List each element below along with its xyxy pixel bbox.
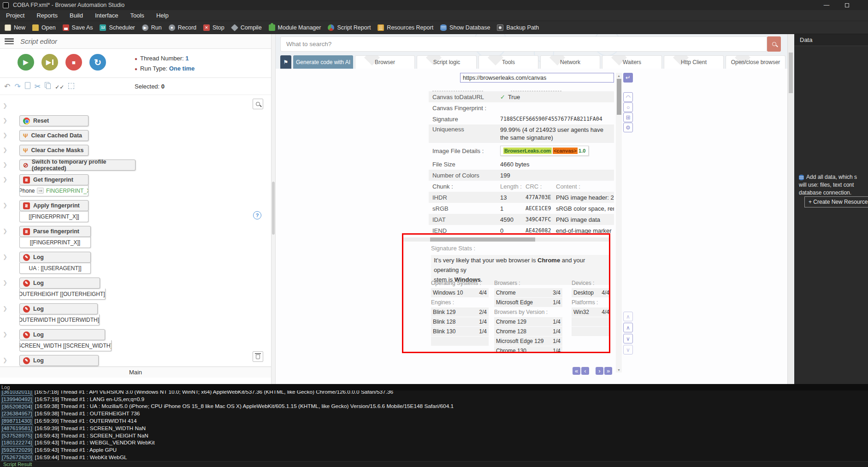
toolbar-button-scheduler[interactable]: 12Scheduler	[100, 21, 135, 34]
stop-button[interactable]: ■	[65, 54, 82, 71]
search-input[interactable]	[280, 36, 767, 52]
chevron-up-button[interactable]: ∧	[623, 323, 633, 332]
page-button[interactable]	[25, 82, 30, 89]
tab-main[interactable]: Main	[0, 367, 271, 378]
play-button[interactable]: ▶	[18, 54, 34, 71]
toolbar-button-compile[interactable]: Compile	[231, 21, 262, 34]
toolbar-button-run[interactable]: ▶Run	[142, 21, 162, 34]
copy-button[interactable]	[45, 82, 51, 89]
select-button[interactable]	[68, 83, 74, 89]
expand-button[interactable]: ⊞	[623, 112, 633, 122]
block-header[interactable]: Reset	[19, 115, 89, 126]
log-id-link[interactable]: [487619581]	[1, 425, 33, 432]
block-parameter[interactable]: OUTERHEIGHT [[OUTERHEIGHT]]	[19, 289, 106, 300]
log-id-link[interactable]: [537528975]	[1, 432, 33, 439]
workspace-scrollbar[interactable]	[787, 34, 793, 384]
block-parameter[interactable]: SCREEN_WIDTH [[SCREEN_WIDTH]]	[19, 340, 112, 351]
block-apply-fingerprint[interactable]: ❯≋Apply fingerprint[[FINGERPRINT_X]]	[19, 200, 89, 222]
toolbar-button-record[interactable]: ●Record	[169, 21, 196, 34]
chevron-down-button[interactable]: ∨	[623, 334, 633, 343]
log-id-link[interactable]: [139940492]	[1, 396, 33, 403]
block-switch-to-temporary-profile-deprecated-[interactable]: ❯⊘Switch to temporary profile (deprecate…	[19, 160, 136, 171]
block-parameter[interactable]: iPhone⇒FINGERPRINT_X	[19, 185, 89, 196]
toolbar-button-save-as[interactable]: Save As	[63, 21, 93, 34]
toolbar-button-module-manager[interactable]: Module Manager	[269, 21, 321, 34]
menu-item-tools[interactable]: Tools	[124, 10, 150, 21]
block-log[interactable]: ❯✎LogSCREEN_WIDTH [[SCREEN_WIDTH]]	[19, 329, 112, 351]
go-url-button[interactable]: ↵	[623, 73, 633, 83]
scrollbar-thumb[interactable]	[430, 237, 535, 242]
log-id-link[interactable]: [236384957]	[1, 410, 33, 417]
block-header[interactable]: ✎Log	[19, 252, 91, 263]
block-header[interactable]: ΨClear Cached Data	[19, 130, 89, 141]
block-parameter[interactable]: [[FINGERPRINT_X]]	[19, 237, 91, 248]
block-header[interactable]: ΨClear Cache Masks	[19, 145, 89, 156]
block-get-fingerprint[interactable]: ❯≋Get fingerprintiPhone⇒FINGERPRINT_X	[19, 174, 89, 196]
scrollbar-thumb[interactable]	[789, 53, 793, 93]
scroll-down-icon[interactable]: ▼	[616, 367, 622, 372]
block-header[interactable]: ≋Parse fingerprint	[19, 226, 91, 237]
menu-item-reports[interactable]: Reports	[30, 10, 64, 21]
toolbar-button-stop[interactable]: ✕Stop	[203, 21, 224, 34]
block-clear-cache-masks[interactable]: ❯ΨClear Cache Masks	[19, 145, 89, 156]
log-id-link[interactable]: [365208204]	[1, 403, 33, 410]
step-button[interactable]: ▶	[41, 54, 58, 71]
block-header[interactable]: ≋Get fingerprint	[19, 174, 89, 185]
help-button[interactable]: ?	[253, 211, 261, 219]
log-id-link[interactable]: [898711430]	[1, 417, 33, 425]
circle-button[interactable]: ○	[623, 102, 633, 112]
block-reset[interactable]: ❯Reset	[19, 115, 89, 126]
restart-button[interactable]: ↻	[89, 54, 106, 71]
next-page-button[interactable]: ›	[596, 367, 603, 375]
tab-script-logic[interactable]: Script logic	[417, 55, 477, 69]
menu-item-build[interactable]: Build	[64, 10, 89, 21]
undo-button[interactable]: ↶	[4, 82, 10, 91]
log-bottom-tabs[interactable]: Script Result	[0, 461, 868, 467]
content-scrollbar[interactable]: ▲ ▼	[616, 73, 622, 372]
block-header[interactable]: ✎Log	[19, 278, 100, 289]
tab-tools[interactable]: Tools	[478, 55, 538, 69]
url-input[interactable]	[460, 73, 614, 83]
prev-page-button[interactable]: ‹	[581, 367, 589, 375]
tab-network[interactable]: Network	[540, 55, 600, 69]
tab-http-client[interactable]: Http Client	[664, 55, 724, 69]
hamburger-icon[interactable]	[5, 38, 14, 44]
block-log[interactable]: ❯✎LogOUTERWIDTH [[OUTERWIDTH]]	[19, 303, 100, 325]
checks-button[interactable]: ✓✓	[55, 84, 64, 90]
tab-browser[interactable]: Browser	[355, 55, 415, 69]
block-log[interactable]: ❯✎LogOUTERHEIGHT [[OUTERHEIGHT]]	[19, 278, 106, 300]
search-actions-button[interactable]	[253, 99, 263, 109]
minimize-button[interactable]: —	[816, 0, 837, 10]
tab-open-close-browser[interactable]: Open/close browser	[726, 55, 785, 69]
toolbar-button-resources-report[interactable]: Resources Report	[378, 21, 433, 34]
search-button[interactable]	[767, 36, 781, 52]
log-id-link[interactable]: [752672620]	[1, 454, 33, 461]
tab-generate-code-with-ai[interactable]: Generate code with AI	[293, 55, 353, 69]
log-id-link[interactable]: [180122274]	[1, 439, 33, 446]
toolbar-button-show-database[interactable]: Show Database	[440, 21, 490, 34]
left-panel-scrollbar[interactable]	[271, 34, 276, 384]
toolbar-button-new[interactable]: New	[5, 21, 25, 34]
chevron-up-button[interactable]: ∧	[623, 312, 633, 321]
delete-block-button[interactable]	[253, 351, 263, 362]
scroll-up-icon[interactable]: ▲	[616, 73, 622, 78]
gear-button[interactable]: ⚙	[623, 123, 633, 132]
scrollbar-thumb[interactable]	[617, 79, 621, 115]
block-log[interactable]: ❯✎Log	[19, 355, 99, 366]
log-id-link[interactable]: [592672029]	[1, 446, 33, 454]
toolbar-button-backup-path[interactable]: Backup Path	[497, 21, 539, 34]
block-parameter[interactable]: UA : [[USERAGENT]]	[19, 263, 91, 274]
block-clear-cached-data[interactable]: ❯ΨClear Cached Data	[19, 130, 89, 141]
maximize-button[interactable]	[837, 0, 857, 10]
bookmark-tab[interactable]: ⚑	[280, 55, 291, 69]
cut-button[interactable]: ✂	[35, 82, 41, 91]
menu-item-interface[interactable]: Interface	[89, 10, 124, 21]
block-parameter[interactable]: [[FINGERPRINT_X]]	[19, 211, 89, 222]
scrollbar-thumb[interactable]	[272, 182, 275, 235]
block-header[interactable]: ⊘Switch to temporary profile (deprecated…	[19, 160, 136, 171]
toolbar-button-script-report[interactable]: Script Report	[328, 21, 371, 34]
block-parse-fingerprint[interactable]: ❯≋Parse fingerprint[[FINGERPRINT_X]]	[19, 226, 91, 248]
signal-button[interactable]: ◠	[623, 92, 633, 102]
block-header[interactable]: ≋Apply fingerprint	[19, 200, 89, 211]
tab-waiters[interactable]: Waiters	[602, 55, 662, 69]
